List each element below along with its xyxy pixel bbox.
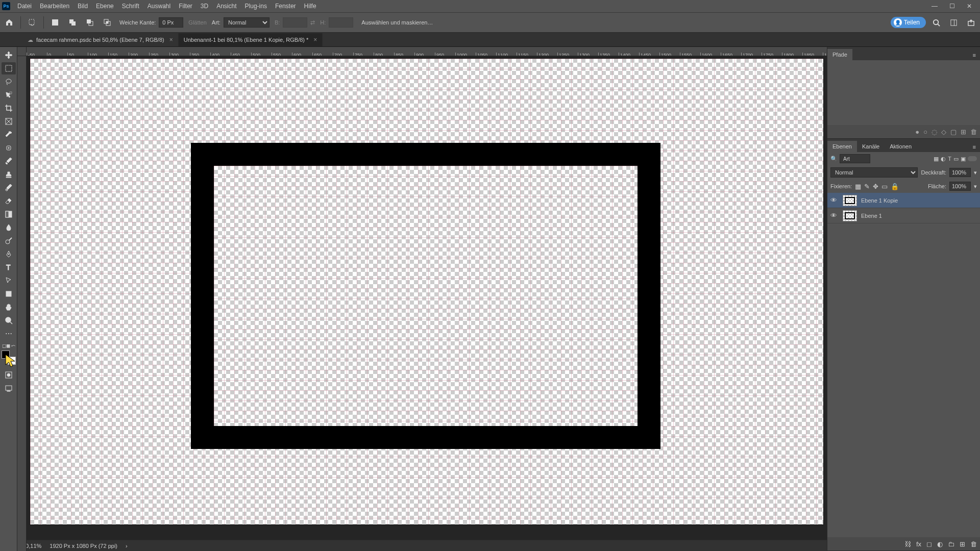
- new-layer-icon[interactable]: ⊞: [960, 540, 965, 548]
- filter-type-icon[interactable]: T: [948, 156, 951, 162]
- lock-transparency-icon[interactable]: ▦: [855, 183, 861, 190]
- gradient-tool[interactable]: [2, 208, 16, 220]
- add-selection-button[interactable]: [65, 15, 80, 30]
- intersect-selection-button[interactable]: [100, 15, 114, 30]
- path-select-tool[interactable]: [2, 274, 16, 287]
- horizontal-ruler[interactable]: -500501001502002503003504004505005506006…: [27, 47, 827, 56]
- type-tool[interactable]: T: [2, 261, 16, 273]
- lock-artboard-icon[interactable]: ▭: [881, 183, 888, 190]
- menu-schrift[interactable]: Schrift: [118, 3, 143, 10]
- menu-bild[interactable]: Bild: [74, 3, 92, 10]
- search-button[interactable]: [929, 15, 943, 30]
- healing-tool[interactable]: [2, 142, 16, 154]
- make-path-icon[interactable]: ◇: [941, 128, 946, 136]
- history-brush-tool[interactable]: [2, 182, 16, 194]
- lock-pixels-icon[interactable]: ✎: [864, 183, 870, 190]
- hand-tool[interactable]: [2, 301, 16, 313]
- menu-hilfe[interactable]: Hilfe: [300, 3, 321, 10]
- layer-style-icon[interactable]: fx: [916, 540, 921, 548]
- channels-tab[interactable]: Kanäle: [857, 141, 885, 152]
- new-selection-button[interactable]: [48, 15, 62, 30]
- layer-mask-icon[interactable]: ◻: [926, 540, 932, 548]
- ruler-origin[interactable]: [17, 47, 27, 56]
- filter-search-icon[interactable]: 🔍: [830, 156, 838, 162]
- menu-fenster[interactable]: Fenster: [271, 3, 300, 10]
- layer-thumbnail[interactable]: [843, 195, 857, 206]
- new-path-icon[interactable]: ⊞: [961, 128, 966, 136]
- visibility-toggle-icon[interactable]: 👁: [830, 196, 839, 204]
- vertical-ruler[interactable]: [17, 56, 27, 551]
- menu-ebene[interactable]: Ebene: [92, 3, 118, 10]
- visibility-toggle-icon[interactable]: 👁: [830, 212, 839, 219]
- layer-filter-input[interactable]: [840, 154, 870, 163]
- tool-preset-button[interactable]: [25, 15, 39, 30]
- document-info[interactable]: 1920 Px x 1080 Px (72 ppi): [50, 543, 117, 549]
- tab-close-icon[interactable]: ×: [169, 36, 173, 43]
- chevron-down-icon[interactable]: ▾: [974, 169, 977, 176]
- menu-datei[interactable]: Datei: [13, 3, 36, 10]
- menu-3d[interactable]: 3D: [197, 3, 212, 10]
- layer-group-icon[interactable]: 🗀: [948, 540, 954, 548]
- edit-toolbar-button[interactable]: ⋯: [2, 328, 16, 340]
- dodge-tool[interactable]: [2, 235, 16, 247]
- document-canvas[interactable]: [30, 58, 824, 525]
- swap-colors-icon[interactable]: ⤺: [11, 343, 15, 348]
- layer-name[interactable]: Ebene 1: [861, 213, 882, 219]
- lock-all-icon[interactable]: 🔒: [891, 183, 899, 190]
- close-button[interactable]: ✕: [961, 0, 978, 12]
- brush-tool[interactable]: [2, 155, 16, 167]
- delete-path-icon[interactable]: 🗑: [970, 128, 977, 136]
- stroke-path-icon[interactable]: ○: [923, 128, 927, 136]
- add-mask-icon[interactable]: ▢: [950, 128, 957, 136]
- opacity-input[interactable]: [949, 168, 971, 177]
- style-select[interactable]: Normal: [224, 17, 270, 28]
- lasso-tool[interactable]: [2, 76, 16, 88]
- shape-tool[interactable]: [2, 288, 16, 300]
- foreground-color[interactable]: [2, 350, 10, 359]
- menu-bearbeiten[interactable]: Bearbeiten: [36, 3, 74, 10]
- eraser-tool[interactable]: [2, 195, 16, 207]
- panel-menu-icon[interactable]: ≡: [969, 142, 980, 152]
- filter-shape-icon[interactable]: ▭: [953, 156, 959, 162]
- layer-row[interactable]: 👁Ebene 1: [827, 208, 980, 223]
- workspace-button[interactable]: [946, 15, 961, 30]
- feather-input[interactable]: [159, 17, 183, 28]
- actions-tab[interactable]: Aktionen: [885, 141, 917, 152]
- adjustment-layer-icon[interactable]: ◐: [937, 540, 943, 548]
- blend-mode-select[interactable]: Normal: [830, 167, 918, 178]
- export-button[interactable]: [964, 15, 978, 30]
- document-tab[interactable]: ☁facecam rahmen.psdc bei 50,8% (Ebene 7,…: [22, 33, 179, 46]
- panel-menu-icon[interactable]: ≡: [969, 50, 980, 60]
- menu-ansicht[interactable]: Ansicht: [212, 3, 240, 10]
- pen-tool[interactable]: [2, 248, 16, 260]
- menu-filter[interactable]: Filter: [175, 3, 197, 10]
- select-and-mask-button[interactable]: Auswählen und maskieren…: [361, 19, 433, 26]
- path-to-selection-icon[interactable]: ◌: [932, 128, 937, 136]
- filter-adjust-icon[interactable]: ◐: [941, 156, 946, 162]
- maximize-button[interactable]: ☐: [943, 0, 961, 12]
- layer-name[interactable]: Ebene 1 Kopie: [861, 197, 898, 204]
- document-tab[interactable]: Unbenannt-1 bei 80,1% (Ebene 1 Kopie, RG…: [179, 33, 323, 46]
- color-swatches[interactable]: [2, 350, 16, 365]
- minimize-button[interactable]: —: [926, 0, 943, 12]
- fill-path-icon[interactable]: ●: [915, 128, 919, 136]
- layer-row[interactable]: 👁Ebene 1 Kopie: [827, 193, 980, 208]
- subtract-selection-button[interactable]: [83, 15, 97, 30]
- blur-tool[interactable]: [2, 221, 16, 234]
- filter-smart-icon[interactable]: ▣: [961, 156, 966, 162]
- screen-mode-button[interactable]: [2, 382, 16, 394]
- crop-tool[interactable]: [2, 102, 16, 114]
- default-colors-icon[interactable]: ◻◼: [2, 343, 10, 348]
- quick-select-tool[interactable]: [2, 89, 16, 101]
- move-tool[interactable]: [2, 49, 16, 61]
- zoom-tool[interactable]: [2, 314, 16, 327]
- frame-tool[interactable]: [2, 115, 16, 128]
- filter-toggle[interactable]: [968, 156, 977, 161]
- filter-image-icon[interactable]: ▦: [934, 156, 939, 162]
- lock-position-icon[interactable]: ✥: [873, 183, 878, 190]
- menu-auswahl[interactable]: Auswahl: [143, 3, 175, 10]
- home-button[interactable]: [2, 15, 16, 30]
- chevron-down-icon[interactable]: ▾: [974, 183, 977, 190]
- marquee-tool[interactable]: [2, 62, 16, 74]
- layers-tab[interactable]: Ebenen: [827, 141, 857, 152]
